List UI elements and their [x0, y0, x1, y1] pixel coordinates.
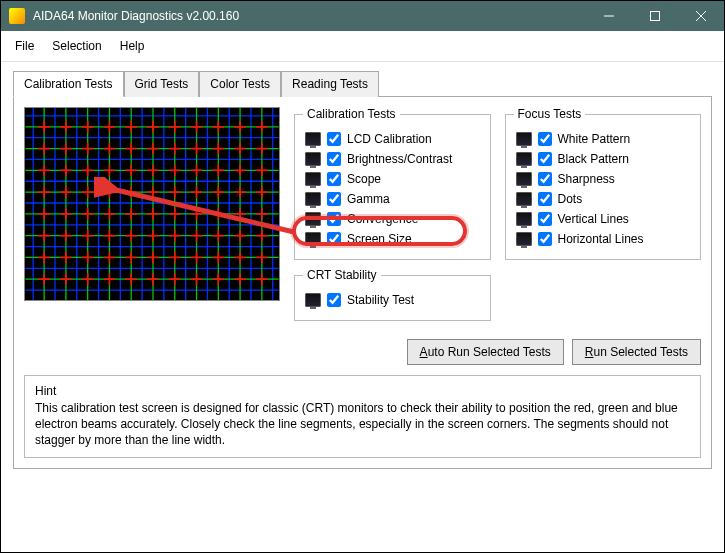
checkbox-horizontal-lines[interactable]: [538, 232, 552, 246]
checkbox-vertical-lines[interactable]: [538, 212, 552, 226]
monitor-icon: [516, 172, 532, 186]
row-horizontal-lines: Horizontal Lines: [514, 229, 693, 249]
window-title: AIDA64 Monitor Diagnostics v2.00.160: [33, 9, 586, 23]
row-brightness-contrast: Brightness/Contrast: [303, 149, 482, 169]
label-dots[interactable]: Dots: [558, 192, 583, 206]
hint-box: Hint This calibration test screen is des…: [24, 375, 701, 458]
tab-panel-calibration: Calibration Tests LCD Calibration Bright…: [13, 97, 712, 469]
row-dots: Dots: [514, 189, 693, 209]
row-lcd-calibration: LCD Calibration: [303, 129, 482, 149]
checkbox-brightness-contrast[interactable]: [327, 152, 341, 166]
row-convergence: Convergence: [303, 209, 482, 229]
hint-body: This calibration test screen is designed…: [35, 400, 690, 449]
label-lcd-calibration[interactable]: LCD Calibration: [347, 132, 432, 146]
monitor-icon: [305, 132, 321, 146]
label-black-pattern[interactable]: Black Pattern: [558, 152, 629, 166]
row-vertical-lines: Vertical Lines: [514, 209, 693, 229]
checkbox-convergence[interactable]: [327, 212, 341, 226]
label-white-pattern[interactable]: White Pattern: [558, 132, 631, 146]
monitor-icon: [516, 152, 532, 166]
monitor-icon: [516, 192, 532, 206]
label-scope[interactable]: Scope: [347, 172, 381, 186]
menubar: File Selection Help: [1, 31, 724, 62]
row-gamma: Gamma: [303, 189, 482, 209]
checkbox-dots[interactable]: [538, 192, 552, 206]
row-black-pattern: Black Pattern: [514, 149, 693, 169]
tab-reading-tests[interactable]: Reading Tests: [281, 71, 379, 97]
label-sharpness[interactable]: Sharpness: [558, 172, 615, 186]
close-button[interactable]: [678, 1, 724, 31]
button-row: Auto Run Selected Tests Run Selected Tes…: [24, 339, 701, 365]
menu-selection[interactable]: Selection: [44, 35, 109, 57]
label-vertical-lines[interactable]: Vertical Lines: [558, 212, 629, 226]
group-focus-tests: Focus Tests White Pattern Black Pattern: [505, 107, 702, 260]
checkbox-scope[interactable]: [327, 172, 341, 186]
app-icon: [9, 8, 25, 24]
run-selected-tests-button[interactable]: Run Selected Tests: [572, 339, 701, 365]
monitor-icon: [516, 232, 532, 246]
monitor-icon: [305, 232, 321, 246]
row-sharpness: Sharpness: [514, 169, 693, 189]
minimize-button[interactable]: [586, 1, 632, 31]
group-focus-legend: Focus Tests: [514, 107, 586, 121]
tab-calibration-tests[interactable]: Calibration Tests: [13, 71, 124, 97]
row-scope: Scope: [303, 169, 482, 189]
checkbox-stability-test[interactable]: [327, 293, 341, 307]
label-stability-test[interactable]: Stability Test: [347, 293, 414, 307]
label-brightness-contrast[interactable]: Brightness/Contrast: [347, 152, 452, 166]
group-calibration-legend: Calibration Tests: [303, 107, 400, 121]
monitor-icon: [516, 212, 532, 226]
tab-color-tests[interactable]: Color Tests: [199, 71, 281, 97]
label-screen-size[interactable]: Screen Size: [347, 232, 412, 246]
checkbox-white-pattern[interactable]: [538, 132, 552, 146]
test-preview: [24, 107, 280, 301]
checkbox-screen-size[interactable]: [327, 232, 341, 246]
monitor-icon: [305, 192, 321, 206]
content-area: Calibration Tests Grid Tests Color Tests…: [1, 62, 724, 481]
hint-title: Hint: [35, 384, 690, 398]
row-white-pattern: White Pattern: [514, 129, 693, 149]
group-crt-legend: CRT Stability: [303, 268, 381, 282]
monitor-icon: [305, 172, 321, 186]
svg-rect-1: [651, 12, 660, 21]
row-screen-size: Screen Size: [303, 229, 482, 249]
monitor-icon: [305, 293, 321, 307]
titlebar: AIDA64 Monitor Diagnostics v2.00.160: [1, 1, 724, 31]
monitor-icon: [516, 132, 532, 146]
checkbox-gamma[interactable]: [327, 192, 341, 206]
tab-strip: Calibration Tests Grid Tests Color Tests…: [13, 70, 712, 97]
maximize-button[interactable]: [632, 1, 678, 31]
tab-grid-tests[interactable]: Grid Tests: [124, 71, 200, 97]
auto-run-selected-tests-button[interactable]: Auto Run Selected Tests: [407, 339, 564, 365]
group-crt-stability: CRT Stability Stability Test: [294, 268, 491, 321]
monitor-icon: [305, 152, 321, 166]
checkbox-lcd-calibration[interactable]: [327, 132, 341, 146]
label-gamma[interactable]: Gamma: [347, 192, 390, 206]
label-horizontal-lines[interactable]: Horizontal Lines: [558, 232, 644, 246]
menu-help[interactable]: Help: [112, 35, 153, 57]
checkbox-black-pattern[interactable]: [538, 152, 552, 166]
row-stability-test: Stability Test: [303, 290, 482, 310]
label-convergence[interactable]: Convergence: [347, 212, 418, 226]
group-calibration-tests: Calibration Tests LCD Calibration Bright…: [294, 107, 491, 260]
checkbox-sharpness[interactable]: [538, 172, 552, 186]
menu-file[interactable]: File: [7, 35, 42, 57]
monitor-icon: [305, 212, 321, 226]
